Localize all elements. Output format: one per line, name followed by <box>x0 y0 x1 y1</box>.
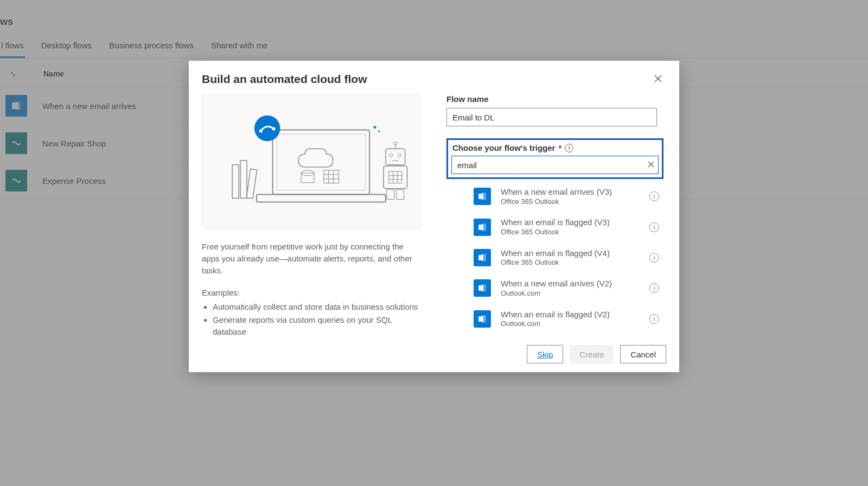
example-item: Automatically collect and store data in … <box>213 301 420 313</box>
close-icon[interactable] <box>650 73 666 87</box>
info-icon[interactable]: i <box>565 144 573 152</box>
examples-label: Examples: <box>202 287 420 299</box>
cancel-button[interactable]: Cancel <box>620 345 666 363</box>
skip-button[interactable]: Skip <box>527 345 563 363</box>
outlook-icon <box>474 188 491 205</box>
svg-rect-45 <box>481 223 486 231</box>
modal-left-panel: Free yourself from repetitive work just … <box>202 94 420 336</box>
info-icon[interactable]: i <box>649 191 659 201</box>
svg-rect-4 <box>273 130 370 194</box>
svg-rect-49 <box>481 284 486 292</box>
outlook-icon <box>474 279 491 297</box>
svg-point-21 <box>390 154 393 157</box>
intro-text: Free yourself from repetitive work just … <box>202 242 412 275</box>
svg-point-15 <box>259 129 263 132</box>
trigger-option[interactable]: When a new email mentioning me a… Outloo… <box>446 334 661 336</box>
trigger-subtitle: Office 365 Outlook <box>501 258 640 267</box>
trigger-option[interactable]: When an email is flagged (V4) Office 365… <box>446 242 661 273</box>
modal-header: Build an automated cloud flow <box>189 61 679 87</box>
svg-rect-9 <box>324 170 339 183</box>
examples-list: Automatically collect and store data in … <box>202 301 420 336</box>
svg-point-14 <box>254 116 280 142</box>
outlook-icon <box>474 249 491 266</box>
outlook-icon <box>474 219 491 236</box>
svg-rect-33 <box>397 190 404 200</box>
svg-point-16 <box>272 127 276 131</box>
trigger-highlighted-section: Choose your flow's trigger * i <box>446 138 663 179</box>
example-item: Generate reports via custom queries on y… <box>213 314 420 336</box>
required-asterisk: * <box>558 143 561 152</box>
create-button[interactable]: Create <box>570 345 614 363</box>
svg-rect-19 <box>246 169 257 199</box>
info-icon[interactable]: i <box>649 283 659 293</box>
illustration <box>202 94 420 229</box>
text-cursor-icon <box>512 164 513 175</box>
info-icon[interactable]: i <box>649 314 659 324</box>
modal-overlay: Build an automated cloud flow <box>0 0 868 486</box>
svg-rect-17 <box>232 165 239 199</box>
modal-body: Free yourself from repetitive work just … <box>189 87 679 336</box>
modal-footer: Skip Create Cancel <box>189 336 679 372</box>
trigger-title: When a new email arrives (V2) <box>501 278 640 289</box>
trigger-subtitle: Outlook.com <box>501 319 640 329</box>
outlook-icon <box>474 310 491 328</box>
trigger-search-input[interactable] <box>451 156 659 174</box>
svg-rect-32 <box>387 190 394 200</box>
svg-rect-51 <box>481 315 486 323</box>
modal-title: Build an automated cloud flow <box>202 73 367 86</box>
trigger-title: When an email is flagged (V4) <box>501 248 640 259</box>
modal-right-panel: Flow name Choose your flow's trigger * i <box>420 94 679 336</box>
trigger-title: When an email is flagged (V3) <box>501 217 640 228</box>
svg-rect-43 <box>481 193 486 200</box>
trigger-label: Choose your flow's trigger * i <box>451 143 659 152</box>
trigger-option[interactable]: When an email is flagged (V2) Outlook.co… <box>446 304 661 334</box>
trigger-option[interactable]: When a new email arrives (V2) Outlook.co… <box>446 273 661 303</box>
trigger-title: When a new email arrives (V3) <box>501 187 640 197</box>
flow-name-input[interactable] <box>446 108 657 126</box>
svg-rect-8 <box>301 173 314 183</box>
trigger-search-wrap <box>451 156 659 174</box>
trigger-option[interactable]: When a new email arrives (V3) Office 365… <box>446 181 661 212</box>
modal-dialog: Build an automated cloud flow <box>189 61 679 372</box>
trigger-title: When an email is flagged (V2) <box>501 309 640 320</box>
clear-icon[interactable] <box>648 161 654 169</box>
info-icon[interactable]: i <box>649 222 659 232</box>
svg-rect-5 <box>257 195 386 202</box>
trigger-subtitle: Outlook.com <box>501 289 640 298</box>
trigger-subtitle: Office 365 Outlook <box>501 228 640 237</box>
svg-rect-26 <box>384 166 407 189</box>
svg-rect-47 <box>481 254 486 261</box>
svg-rect-20 <box>386 149 405 165</box>
trigger-list: When a new email arrives (V3) Office 365… <box>446 181 661 336</box>
info-icon[interactable]: i <box>649 253 659 263</box>
svg-rect-18 <box>240 161 247 198</box>
svg-rect-27 <box>389 171 402 183</box>
svg-point-22 <box>398 154 401 157</box>
trigger-option[interactable]: When an email is flagged (V3) Office 365… <box>446 212 661 242</box>
svg-rect-6 <box>277 134 366 190</box>
flow-name-label: Flow name <box>446 94 669 104</box>
trigger-subtitle: Office 365 Outlook <box>501 197 640 207</box>
modal-description: Free yourself from repetitive work just … <box>202 241 420 336</box>
